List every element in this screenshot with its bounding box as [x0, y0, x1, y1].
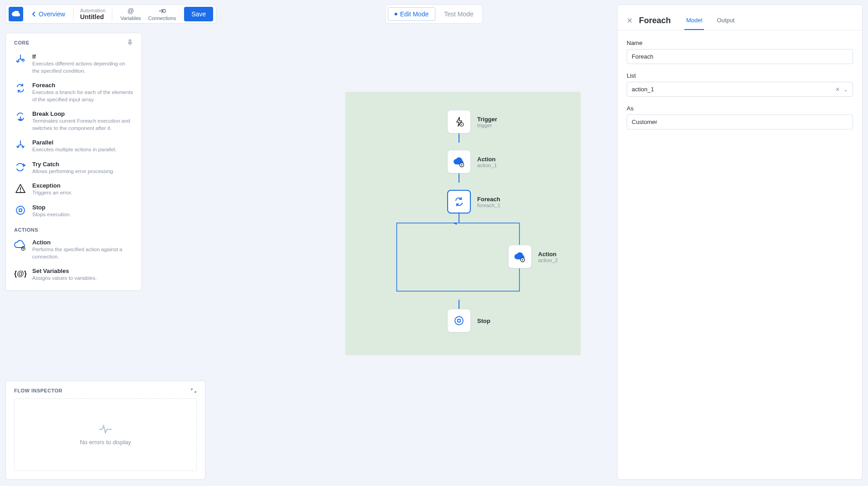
chevron-down-icon[interactable]: ⌄: [843, 86, 848, 93]
overview-label: Overview: [39, 10, 65, 18]
svg-rect-2: [19, 209, 22, 212]
flow-edge: [459, 134, 459, 143]
properties-panel: ✕ Foreach Model Output Name List action_…: [617, 5, 863, 480]
pulse-icon: [99, 424, 112, 434]
properties-title: Foreach: [639, 16, 671, 25]
flow-canvas[interactable]: Triggertrigger Actionaction_1 Foreachfor…: [145, 33, 614, 480]
connections-button[interactable]: Connections: [145, 7, 180, 21]
properties-panel-header: ✕ Foreach Model Output: [618, 5, 862, 30]
automation-title[interactable]: Automation Untitled: [78, 8, 107, 20]
try-catch-icon: [14, 161, 27, 174]
palette-item-exception[interactable]: ExceptionTriggers an error.: [6, 179, 141, 200]
cloud-icon: [11, 11, 20, 17]
svg-rect-4: [397, 223, 519, 291]
break-loop-icon: [14, 110, 27, 123]
node-action-2[interactable]: Actionaction_2: [508, 245, 558, 268]
chevron-left-icon: [31, 11, 36, 17]
flow-edge: [459, 213, 459, 223]
variables-button[interactable]: @ Variables: [117, 7, 145, 21]
pin-icon[interactable]: [127, 40, 133, 46]
flow-edge: [459, 174, 459, 183]
mode-switch: Edit Mode Test Mode: [385, 5, 483, 24]
node-stop[interactable]: Stop: [447, 309, 490, 332]
stop-icon: [453, 314, 465, 327]
palette-item-if[interactable]: IfExecutes different actions depending o…: [6, 50, 141, 78]
inspector-empty-message: No errors to display: [80, 439, 131, 446]
components-palette: CORE IfExecutes different actions depend…: [5, 33, 142, 291]
set-variables-icon: {@}: [14, 268, 27, 280]
edit-mode-button[interactable]: Edit Mode: [388, 7, 435, 21]
save-button[interactable]: Save: [184, 7, 213, 21]
node-trigger[interactable]: Triggertrigger: [447, 110, 497, 134]
top-bar-left: Overview Automation Untitled @ Variables…: [5, 5, 216, 24]
separator: [73, 8, 74, 20]
parallel-icon: [14, 139, 27, 152]
properties-body: Name List action_1 ✕ ⌄ As: [618, 30, 862, 147]
list-select[interactable]: action_1 ✕ ⌄: [627, 82, 853, 97]
node-foreach[interactable]: Foreachforeach_1: [447, 190, 500, 213]
flow-inspector-title: FLOW INSPECTOR: [14, 388, 62, 393]
palette-item-action[interactable]: ActionPerforms the specified action agai…: [6, 235, 141, 264]
stop-icon: [14, 204, 27, 217]
unsaved-dot-icon: [394, 13, 397, 15]
foreach-loop-frame: [396, 223, 520, 300]
action-icon: [513, 250, 527, 263]
close-icon[interactable]: ✕: [627, 16, 633, 25]
action-icon: [14, 239, 27, 252]
foreach-icon: [453, 195, 465, 208]
palette-item-stop[interactable]: StopStops execution.: [6, 200, 141, 222]
palette-item-break-loop[interactable]: Break LoopTerminates current Foreach exe…: [6, 107, 141, 135]
list-label: List: [627, 72, 853, 79]
name-label: Name: [627, 40, 853, 46]
at-icon: @: [127, 7, 134, 15]
separator: [112, 8, 112, 20]
tab-model[interactable]: Model: [684, 11, 704, 30]
test-mode-button[interactable]: Test Mode: [437, 7, 480, 21]
automation-name: Untitled: [80, 13, 105, 20]
palette-item-try-catch[interactable]: Try CatchAllows performing error process…: [6, 157, 141, 179]
flow-edge: [459, 300, 459, 309]
node-action-1[interactable]: Actionaction_1: [447, 150, 497, 174]
palette-item-parallel[interactable]: ParallelExecutes multiple actions in par…: [6, 135, 141, 157]
flow-area: Triggertrigger Actionaction_1 Foreachfor…: [345, 92, 581, 355]
svg-rect-9: [458, 319, 460, 322]
trigger-icon: [453, 115, 465, 128]
name-input[interactable]: [627, 49, 853, 64]
if-icon: [14, 53, 27, 66]
as-input[interactable]: [627, 114, 853, 129]
connections-icon: [159, 7, 166, 15]
as-label: As: [627, 105, 853, 112]
automation-caption: Automation: [80, 8, 105, 13]
clear-icon[interactable]: ✕: [835, 86, 840, 93]
palette-actions-label: ACTIONS: [6, 222, 141, 235]
overview-link[interactable]: Overview: [28, 10, 69, 18]
app-logo[interactable]: [9, 7, 23, 21]
palette-item-set-variables[interactable]: {@} Set VariablesAssigns values to varia…: [6, 264, 141, 286]
exception-icon: [14, 182, 27, 195]
palette-item-foreach[interactable]: ForeachExecutes a branch for each of the…: [6, 78, 141, 107]
foreach-icon: [14, 82, 27, 94]
palette-core-label: CORE: [14, 40, 30, 45]
action-icon: [452, 155, 466, 168]
tab-output[interactable]: Output: [715, 11, 736, 30]
svg-point-8: [455, 317, 463, 325]
svg-point-1: [16, 206, 25, 214]
